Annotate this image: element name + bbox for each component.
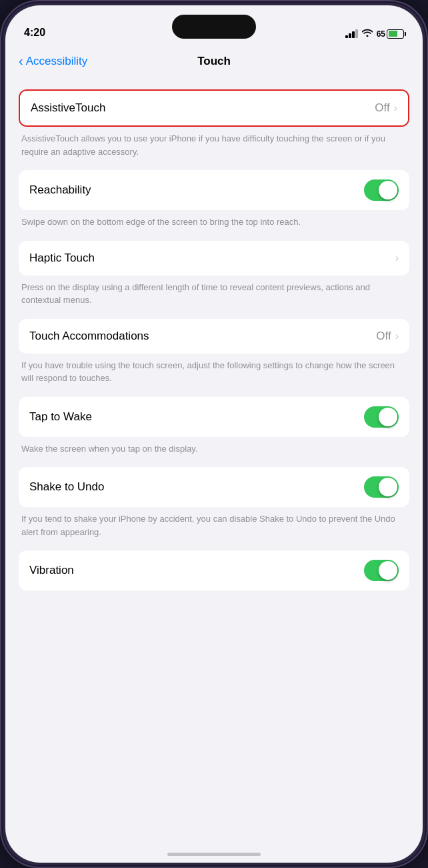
assistive-touch-chevron-icon: › <box>394 102 397 114</box>
shake-to-undo-row[interactable]: Shake to Undo <box>19 467 409 507</box>
tap-to-wake-section: Tap to Wake Wake the screen when you tap… <box>19 397 409 462</box>
vibration-row[interactable]: Vibration <box>19 550 409 590</box>
haptic-touch-label: Haptic Touch <box>29 252 395 265</box>
vibration-card: Vibration <box>19 550 409 590</box>
touch-accommodations-chevron-icon: › <box>395 330 399 342</box>
chevron-left-icon: ‹ <box>19 53 23 69</box>
battery-percent: 65 <box>377 29 385 39</box>
battery-icon: 65 <box>377 29 404 39</box>
haptic-touch-description: Press on the display using a different l… <box>19 276 409 314</box>
back-button[interactable]: ‹ Accessibility <box>19 54 87 69</box>
assistive-touch-section: AssistiveTouch Off › AssistiveTouch allo… <box>19 89 409 165</box>
assistive-touch-description: AssistiveTouch allows you to use your iP… <box>19 127 409 165</box>
shake-to-undo-card: Shake to Undo <box>19 467 409 507</box>
phone-screen: 4:20 65 <box>5 5 423 863</box>
reachability-description: Swipe down on the bottom edge of the scr… <box>19 210 409 236</box>
tap-to-wake-toggle[interactable] <box>364 406 399 428</box>
status-time: 4:20 <box>24 27 45 39</box>
touch-accommodations-section: Touch Accommodations Off › If you have t… <box>19 319 409 392</box>
tap-to-wake-row[interactable]: Tap to Wake <box>19 397 409 437</box>
tap-to-wake-label: Tap to Wake <box>29 410 364 424</box>
touch-accommodations-description: If you have trouble using the touch scre… <box>19 354 409 392</box>
reachability-toggle[interactable] <box>364 179 399 201</box>
haptic-touch-chevron-icon: › <box>395 252 399 264</box>
wifi-icon <box>362 29 373 39</box>
shake-to-undo-description: If you tend to shake your iPhone by acci… <box>19 507 409 545</box>
touch-accommodations-card: Touch Accommodations Off › <box>19 319 409 354</box>
reachability-label: Reachability <box>29 183 364 197</box>
reachability-section: Reachability Swipe down on the bottom ed… <box>19 170 409 236</box>
nav-bar: ‹ Accessibility Touch <box>5 44 423 79</box>
assistive-touch-value: Off <box>375 101 389 115</box>
vibration-section: Vibration <box>19 550 409 590</box>
status-icons: 65 <box>345 29 404 39</box>
signal-bars-icon <box>345 29 358 38</box>
tap-to-wake-description: Wake the screen when you tap on the disp… <box>19 437 409 462</box>
assistive-touch-card: AssistiveTouch Off › <box>19 89 409 127</box>
tap-to-wake-card: Tap to Wake <box>19 397 409 437</box>
haptic-touch-section: Haptic Touch › Press on the display usin… <box>19 241 409 314</box>
shake-to-undo-label: Shake to Undo <box>29 480 364 494</box>
vibration-label: Vibration <box>29 564 364 577</box>
phone-frame: 4:20 65 <box>0 0 428 868</box>
touch-accommodations-label: Touch Accommodations <box>29 330 376 343</box>
assistive-touch-label: AssistiveTouch <box>31 101 375 115</box>
haptic-touch-card: Haptic Touch › <box>19 241 409 276</box>
page-title: Touch <box>197 55 231 68</box>
reachability-card: Reachability <box>19 170 409 210</box>
shake-to-undo-section: Shake to Undo If you tend to shake your … <box>19 467 409 545</box>
content-area: AssistiveTouch Off › AssistiveTouch allo… <box>5 79 423 863</box>
home-indicator <box>167 853 261 856</box>
touch-accommodations-row[interactable]: Touch Accommodations Off › <box>19 319 409 354</box>
shake-to-undo-toggle[interactable] <box>364 476 399 498</box>
reachability-row[interactable]: Reachability <box>19 170 409 210</box>
touch-accommodations-value: Off <box>376 330 391 343</box>
vibration-toggle[interactable] <box>364 560 399 581</box>
back-label: Accessibility <box>26 55 88 68</box>
assistive-touch-row[interactable]: AssistiveTouch Off › <box>20 91 408 125</box>
haptic-touch-row[interactable]: Haptic Touch › <box>19 241 409 276</box>
dynamic-island <box>172 15 256 39</box>
